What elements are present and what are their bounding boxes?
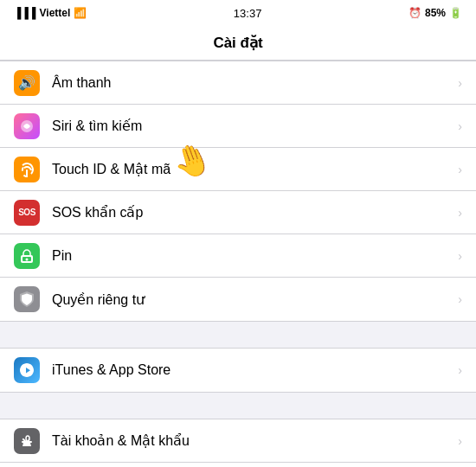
pin-label: Pin: [52, 248, 458, 264]
settings-item-am-thanh[interactable]: 🔊 Âm thanh ›: [0, 61, 476, 105]
status-left: ▐▐▐ Viettel 📶: [14, 7, 87, 19]
quyen-rieng-tu-label: Quyền riêng tư: [52, 291, 458, 308]
itunes-label: iTunes & App Store: [52, 362, 458, 378]
alarm-icon: ⏰: [408, 7, 421, 19]
tai-khoan-label: Tài khoản & Mật khẩu: [52, 432, 458, 449]
settings-list: 🔊 Âm thanh › Siri & tìm kiếm › Touch ID …: [0, 61, 476, 467]
sos-label: SOS khẩn cấp: [52, 204, 458, 221]
chevron-icon: ›: [458, 249, 462, 263]
am-thanh-icon: 🔊: [14, 70, 40, 96]
itunes-icon: [14, 357, 40, 383]
signal-bars: ▐▐▐: [14, 7, 36, 19]
svg-point-3: [26, 258, 29, 260]
am-thanh-label: Âm thanh: [52, 75, 458, 91]
status-bar: ▐▐▐ Viettel 📶 13:37 ⏰ 85% 🔋: [0, 0, 476, 26]
chevron-icon: ›: [458, 206, 462, 220]
chevron-icon: ›: [458, 434, 462, 448]
settings-item-tai-khoan[interactable]: Tài khoản & Mật khẩu ›: [0, 419, 476, 463]
battery-icon: 🔋: [449, 7, 462, 19]
chevron-icon: ›: [458, 163, 462, 176]
chevron-icon: ›: [458, 292, 462, 306]
tai-khoan-icon: [14, 428, 40, 454]
nav-bar: Cài đặt: [0, 26, 476, 61]
settings-item-itunes[interactable]: iTunes & App Store ›: [0, 349, 476, 392]
separator-1: [0, 323, 476, 348]
touch-id-icon: [14, 157, 40, 182]
settings-group-1: 🔊 Âm thanh › Siri & tìm kiếm › Touch ID …: [0, 61, 476, 322]
sos-icon: SOS: [14, 200, 40, 226]
siri-icon: [14, 113, 40, 139]
chevron-icon: ›: [458, 119, 462, 133]
battery-percent: 85%: [425, 7, 446, 19]
touch-id-label: Touch ID & Mật mã: [52, 161, 458, 177]
settings-item-quyen-rieng-tu[interactable]: Quyền riêng tư ›: [0, 278, 476, 321]
settings-item-sos[interactable]: SOS SOS khẩn cấp ›: [0, 191, 476, 234]
settings-item-touch-id[interactable]: Touch ID & Mật mã ›: [0, 148, 476, 191]
quyen-rieng-tu-icon: [14, 286, 40, 312]
settings-item-mail[interactable]: Mail ›: [0, 463, 476, 467]
page-title: Cài đặt: [213, 34, 262, 52]
chevron-icon: ›: [458, 363, 462, 377]
separator-2: [0, 394, 476, 419]
pin-icon: [14, 243, 40, 269]
settings-item-pin[interactable]: Pin ›: [0, 234, 476, 278]
status-time: 13:37: [234, 7, 262, 20]
settings-item-siri[interactable]: Siri & tìm kiếm ›: [0, 105, 476, 148]
settings-group-3: Tài khoản & Mật khẩu › Mail › Danh bạ ›: [0, 419, 476, 467]
settings-group-2: iTunes & App Store ›: [0, 348, 476, 393]
status-right: ⏰ 85% 🔋: [408, 7, 462, 19]
chevron-icon: ›: [458, 76, 462, 90]
wifi-icon: 📶: [74, 7, 87, 19]
siri-label: Siri & tìm kiếm: [52, 118, 458, 134]
carrier: Viettel: [40, 7, 71, 19]
